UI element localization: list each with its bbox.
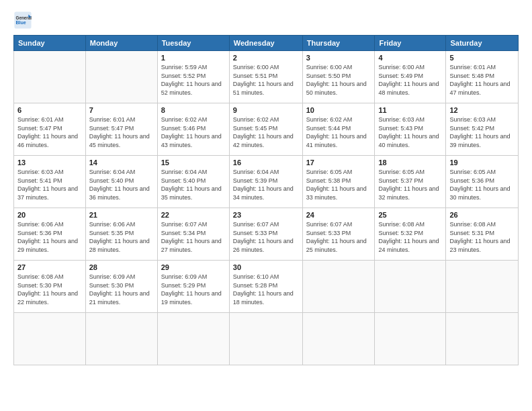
weekday-header-thursday: Thursday <box>302 36 375 51</box>
day-detail: Sunrise: 6:00 AM Sunset: 5:49 PM Dayligh… <box>378 63 442 97</box>
day-detail: Sunrise: 6:05 AM Sunset: 5:38 PM Dayligh… <box>306 168 371 201</box>
day-detail: Sunrise: 6:10 AM Sunset: 5:28 PM Dayligh… <box>233 273 299 306</box>
calendar-table: SundayMondayTuesdayWednesdayThursdayFrid… <box>13 35 519 365</box>
day-number: 21 <box>89 211 154 219</box>
day-detail: Sunrise: 6:09 AM Sunset: 5:30 PM Dayligh… <box>89 273 154 306</box>
calendar-cell-36 <box>85 313 157 365</box>
day-number: 15 <box>161 158 226 167</box>
logo: General Blue <box>13 11 35 30</box>
day-detail: Sunrise: 6:02 AM Sunset: 5:44 PM Dayligh… <box>306 116 371 149</box>
day-detail: Sunrise: 6:05 AM Sunset: 5:37 PM Dayligh… <box>378 168 442 201</box>
weekday-header-monday: Monday <box>85 36 157 51</box>
day-number: 25 <box>378 211 442 219</box>
day-number: 30 <box>233 263 299 271</box>
day-detail: Sunrise: 6:06 AM Sunset: 5:36 PM Dayligh… <box>17 220 82 254</box>
calendar-cell-21: 20Sunrise: 6:06 AM Sunset: 5:36 PM Dayli… <box>14 208 86 261</box>
calendar-cell-5: 4Sunrise: 6:00 AM Sunset: 5:49 PM Daylig… <box>375 51 446 103</box>
calendar-cell-1 <box>85 51 157 103</box>
page-header: General Blue <box>13 11 519 30</box>
calendar-cell-35 <box>14 313 86 365</box>
day-number: 4 <box>378 54 442 62</box>
day-number: 14 <box>89 158 154 167</box>
day-detail: Sunrise: 6:01 AM Sunset: 5:47 PM Dayligh… <box>89 116 154 149</box>
logo-icon: General Blue <box>13 11 32 30</box>
day-detail: Sunrise: 6:03 AM Sunset: 5:42 PM Dayligh… <box>449 116 515 149</box>
weekday-header-sunday: Sunday <box>14 36 86 51</box>
calendar-cell-28: 27Sunrise: 6:08 AM Sunset: 5:30 PM Dayli… <box>14 261 86 313</box>
day-detail: Sunrise: 6:00 AM Sunset: 5:50 PM Dayligh… <box>306 63 371 97</box>
calendar-cell-27: 26Sunrise: 6:08 AM Sunset: 5:31 PM Dayli… <box>446 208 519 261</box>
weekday-header-wednesday: Wednesday <box>229 36 302 51</box>
calendar-cell-6: 5Sunrise: 6:01 AM Sunset: 5:48 PM Daylig… <box>446 51 519 103</box>
calendar-cell-19: 18Sunrise: 6:05 AM Sunset: 5:37 PM Dayli… <box>375 156 446 208</box>
calendar-cell-37 <box>157 313 229 365</box>
day-detail: Sunrise: 5:59 AM Sunset: 5:52 PM Dayligh… <box>161 63 226 97</box>
calendar-cell-41 <box>446 313 519 365</box>
day-number: 10 <box>306 106 371 114</box>
day-detail: Sunrise: 6:08 AM Sunset: 5:31 PM Dayligh… <box>449 220 515 254</box>
day-number: 11 <box>378 106 442 114</box>
day-number: 5 <box>449 54 515 62</box>
day-number: 19 <box>449 158 515 167</box>
calendar-cell-14: 13Sunrise: 6:03 AM Sunset: 5:41 PM Dayli… <box>14 156 86 208</box>
day-detail: Sunrise: 6:08 AM Sunset: 5:32 PM Dayligh… <box>378 220 442 254</box>
day-number: 17 <box>306 158 371 167</box>
day-detail: Sunrise: 6:02 AM Sunset: 5:46 PM Dayligh… <box>161 116 226 149</box>
day-number: 29 <box>161 263 226 271</box>
weekday-header-friday: Friday <box>375 36 446 51</box>
day-detail: Sunrise: 6:06 AM Sunset: 5:35 PM Dayligh… <box>89 220 154 254</box>
day-number: 9 <box>233 106 299 114</box>
day-detail: Sunrise: 6:07 AM Sunset: 5:33 PM Dayligh… <box>233 220 299 254</box>
day-number: 18 <box>378 158 442 167</box>
calendar-row-1: 6Sunrise: 6:01 AM Sunset: 5:47 PM Daylig… <box>14 103 519 156</box>
day-number: 8 <box>161 106 226 114</box>
day-detail: Sunrise: 6:03 AM Sunset: 5:43 PM Dayligh… <box>378 116 442 149</box>
calendar-cell-23: 22Sunrise: 6:07 AM Sunset: 5:34 PM Dayli… <box>157 208 229 261</box>
day-number: 7 <box>89 106 154 114</box>
day-number: 20 <box>17 211 82 219</box>
day-detail: Sunrise: 6:04 AM Sunset: 5:39 PM Dayligh… <box>233 168 299 201</box>
day-number: 23 <box>233 211 299 219</box>
calendar-cell-38 <box>229 313 302 365</box>
calendar-cell-18: 17Sunrise: 6:05 AM Sunset: 5:38 PM Dayli… <box>302 156 375 208</box>
day-number: 26 <box>449 211 515 219</box>
calendar-row-2: 13Sunrise: 6:03 AM Sunset: 5:41 PM Dayli… <box>14 156 519 208</box>
day-detail: Sunrise: 6:08 AM Sunset: 5:30 PM Dayligh… <box>17 273 82 306</box>
day-detail: Sunrise: 6:04 AM Sunset: 5:40 PM Dayligh… <box>89 168 154 201</box>
calendar-cell-24: 23Sunrise: 6:07 AM Sunset: 5:33 PM Dayli… <box>229 208 302 261</box>
day-detail: Sunrise: 6:07 AM Sunset: 5:33 PM Dayligh… <box>306 220 371 254</box>
day-detail: Sunrise: 6:02 AM Sunset: 5:45 PM Dayligh… <box>233 116 299 149</box>
day-detail: Sunrise: 6:09 AM Sunset: 5:29 PM Dayligh… <box>161 273 226 306</box>
day-number: 28 <box>89 263 154 271</box>
calendar-cell-31: 30Sunrise: 6:10 AM Sunset: 5:28 PM Dayli… <box>229 261 302 313</box>
calendar-cell-22: 21Sunrise: 6:06 AM Sunset: 5:35 PM Dayli… <box>85 208 157 261</box>
day-detail: Sunrise: 6:01 AM Sunset: 5:47 PM Dayligh… <box>17 116 82 149</box>
calendar-row-0: 1Sunrise: 5:59 AM Sunset: 5:52 PM Daylig… <box>14 51 519 103</box>
calendar-cell-7: 6Sunrise: 6:01 AM Sunset: 5:47 PM Daylig… <box>14 103 86 156</box>
day-number: 16 <box>233 158 299 167</box>
calendar-row-3: 20Sunrise: 6:06 AM Sunset: 5:36 PM Dayli… <box>14 208 519 261</box>
calendar-cell-0 <box>14 51 86 103</box>
calendar-cell-39 <box>302 313 375 365</box>
calendar-cell-32 <box>302 261 375 313</box>
svg-text:Blue: Blue <box>16 20 26 25</box>
day-number: 1 <box>161 54 226 62</box>
calendar-cell-30: 29Sunrise: 6:09 AM Sunset: 5:29 PM Dayli… <box>157 261 229 313</box>
day-detail: Sunrise: 6:04 AM Sunset: 5:40 PM Dayligh… <box>161 168 226 201</box>
day-number: 6 <box>17 106 82 114</box>
day-number: 27 <box>17 263 82 271</box>
calendar-cell-20: 19Sunrise: 6:05 AM Sunset: 5:36 PM Dayli… <box>446 156 519 208</box>
calendar-cell-26: 25Sunrise: 6:08 AM Sunset: 5:32 PM Dayli… <box>375 208 446 261</box>
day-detail: Sunrise: 6:03 AM Sunset: 5:41 PM Dayligh… <box>17 168 82 201</box>
calendar-cell-2: 1Sunrise: 5:59 AM Sunset: 5:52 PM Daylig… <box>157 51 229 103</box>
day-number: 12 <box>449 106 515 114</box>
calendar-cell-8: 7Sunrise: 6:01 AM Sunset: 5:47 PM Daylig… <box>85 103 157 156</box>
calendar-cell-15: 14Sunrise: 6:04 AM Sunset: 5:40 PM Dayli… <box>85 156 157 208</box>
calendar-page: General Blue SundayMondayTuesdayWednesda… <box>0 0 532 411</box>
calendar-cell-40 <box>375 313 446 365</box>
calendar-cell-17: 16Sunrise: 6:04 AM Sunset: 5:39 PM Dayli… <box>229 156 302 208</box>
calendar-cell-11: 10Sunrise: 6:02 AM Sunset: 5:44 PM Dayli… <box>302 103 375 156</box>
day-number: 13 <box>17 158 82 167</box>
calendar-cell-10: 9Sunrise: 6:02 AM Sunset: 5:45 PM Daylig… <box>229 103 302 156</box>
calendar-cell-12: 11Sunrise: 6:03 AM Sunset: 5:43 PM Dayli… <box>375 103 446 156</box>
